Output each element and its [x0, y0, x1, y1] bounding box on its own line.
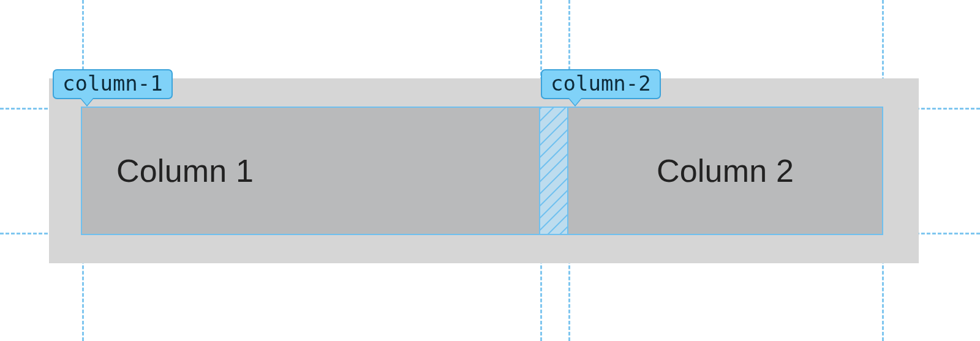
grid-cell-label: Column 1	[116, 152, 254, 189]
grid-track-badge-label: column-1	[62, 71, 163, 96]
grid-cell-column-1: Column 1	[82, 108, 540, 234]
grid-container: Column 1 Column 2	[49, 78, 919, 263]
grid-gap-overlay	[540, 108, 568, 234]
grid-cell-label: Column 2	[657, 152, 794, 189]
grid-cell-column-2: Column 2	[568, 108, 882, 234]
svg-rect-2	[540, 108, 568, 234]
grid-track-badge-column-2[interactable]: column-2	[541, 69, 661, 99]
grid-track-badge-column-1[interactable]: column-1	[53, 69, 173, 99]
grid-track-badge-label: column-2	[551, 71, 651, 96]
